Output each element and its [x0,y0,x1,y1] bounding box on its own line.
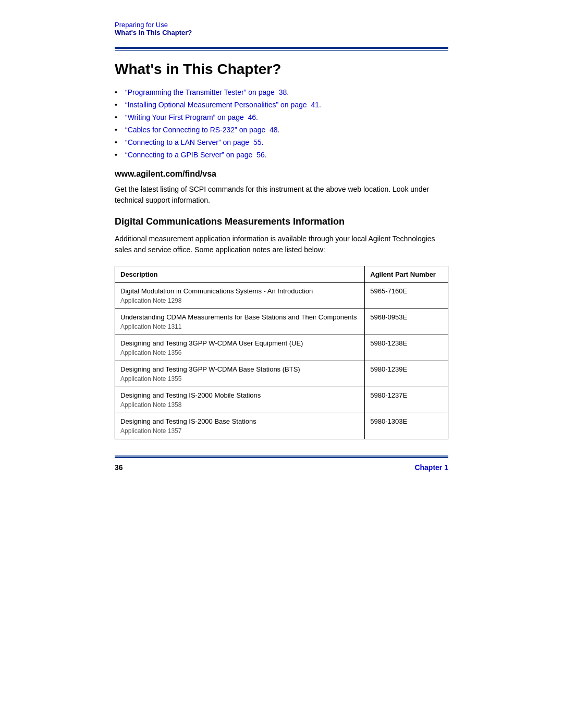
digital-section-heading: Digital Communications Measurements Info… [115,216,448,227]
toc-text-4: “Cables for Connecting to RS-232” on pag… [125,126,280,134]
top-rule-container [0,47,563,51]
toc-text-3: “Writing Your First Program” on page 46. [125,113,258,121]
desc-text-4: Designing and Testing 3GPP W-CDMA Base S… [120,365,300,373]
url-body-text: Get the latest listing of SCPI commands … [115,184,448,206]
app-note-2: Application Note 1311 [120,323,359,330]
table-cell-desc-3: Designing and Testing 3GPP W-CDMA User E… [115,335,365,361]
list-item: “Connecting to a LAN Server” on page 55. [115,138,448,146]
list-item: “Cables for Connecting to RS-232” on pag… [115,126,448,134]
toc-text-5: “Connecting to a LAN Server” on page 55. [125,138,263,146]
toc-text-1: “Programming the Transmitter Tester” on … [125,88,289,96]
list-item: “Writing Your First Program” on page 46. [115,113,448,121]
table-cell-part-5: 5980-1237E [365,387,448,413]
app-note-6: Application Note 1357 [120,427,359,435]
table-cell-desc-6: Designing and Testing IS-2000 Base Stati… [115,413,365,439]
page: Preparing for Use What's in This Chapter… [0,0,563,728]
breadcrumb-level2: What's in This Chapter? [115,29,448,36]
table-cell-desc-1: Digital Modulation in Communications Sys… [115,283,365,309]
app-note-4: Application Note 1355 [120,375,359,382]
content-area: What's in This Chapter? “Programming the… [0,61,563,439]
table-cell-desc-4: Designing and Testing 3GPP W-CDMA Base S… [115,361,365,387]
table-cell-part-6: 5980-1303E [365,413,448,439]
desc-text-1: Digital Modulation in Communications Sys… [120,287,313,295]
list-item: “Programming the Transmitter Tester” on … [115,88,448,96]
table-row: Understanding CDMA Measurements for Base… [115,309,448,335]
table-row: Designing and Testing 3GPP W-CDMA Base S… [115,361,448,387]
footer: 36 Chapter 1 [0,458,563,477]
desc-text-2: Understanding CDMA Measurements for Base… [120,313,357,321]
info-table: Description Agilent Part Number Digital … [115,266,448,439]
table-cell-desc-2: Understanding CDMA Measurements for Base… [115,309,365,335]
table-row: Designing and Testing 3GPP W-CDMA User E… [115,335,448,361]
table-cell-part-2: 5968-0953E [365,309,448,335]
list-item: “Installing Optional Measurement Persona… [115,101,448,109]
toc-text-2: “Installing Optional Measurement Persona… [125,101,321,109]
app-note-3: Application Note 1356 [120,349,359,356]
toc-text-6: “Connecting to a GPIB Server” on page 56… [125,151,267,159]
app-note-1: Application Note 1298 [120,297,359,304]
breadcrumb-area: Preparing for Use What's in This Chapter… [0,0,563,42]
list-item: “Connecting to a GPIB Server” on page 56… [115,151,448,159]
toc-list: “Programming the Transmitter Tester” on … [115,88,448,159]
breadcrumb-level1: Preparing for Use [115,21,448,29]
footer-chapter-label: Chapter 1 [414,463,448,472]
desc-text-6: Designing and Testing IS-2000 Base Stati… [120,417,256,425]
table-row: Digital Modulation in Communications Sys… [115,283,448,309]
table-cell-desc-5: Designing and Testing IS-2000 Mobile Sta… [115,387,365,413]
top-rule-thick [115,47,448,49]
desc-text-3: Designing and Testing 3GPP W-CDMA User E… [120,339,303,347]
table-cell-part-4: 5980-1239E [365,361,448,387]
part-number-header-text: Agilent Part Number [370,270,436,278]
table-cell-part-3: 5980-1238E [365,335,448,361]
top-rule-thin [115,50,448,51]
chapter-title: What's in This Chapter? [115,61,448,78]
table-row: Designing and Testing IS-2000 Mobile Sta… [115,387,448,413]
table-cell-part-1: 5965-7160E [365,283,448,309]
col-header-part-number: Agilent Part Number [365,266,448,283]
url-heading: www.agilent.com/find/vsa [115,169,448,179]
bottom-rule-thin [115,455,448,455]
footer-page-number: 36 [115,463,123,472]
table-header-row: Description Agilent Part Number [115,266,448,283]
digital-body-text: Additional measurement application infor… [115,233,448,255]
app-note-5: Application Note 1358 [120,401,359,409]
table-row: Designing and Testing IS-2000 Base Stati… [115,413,448,439]
col-header-description: Description [115,266,365,283]
desc-text-5: Designing and Testing IS-2000 Mobile Sta… [120,391,261,399]
